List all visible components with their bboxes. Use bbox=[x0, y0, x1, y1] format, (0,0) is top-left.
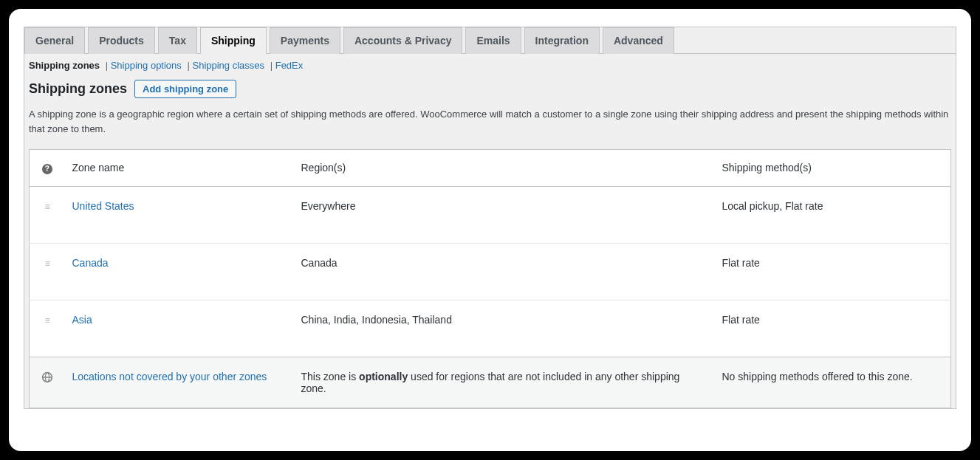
tab-accounts-privacy[interactable]: Accounts & Privacy bbox=[343, 27, 463, 54]
tab-advanced[interactable]: Advanced bbox=[603, 27, 674, 54]
table-row: ≡ Asia China, India, Indonesia, Thailand… bbox=[30, 301, 951, 357]
zone-link-asia[interactable]: Asia bbox=[72, 314, 92, 326]
help-icon[interactable]: ? bbox=[42, 164, 52, 174]
tab-tax[interactable]: Tax bbox=[158, 27, 197, 54]
zone-region: China, India, Indonesia, Thailand bbox=[294, 301, 715, 357]
subnav-shipping-classes[interactable]: Shipping classes bbox=[192, 60, 264, 71]
zone-link-united-states[interactable]: United States bbox=[72, 200, 134, 212]
tab-emails[interactable]: Emails bbox=[465, 27, 521, 54]
globe-icon bbox=[41, 371, 53, 382]
table-row: ≡ Canada Canada Flat rate bbox=[30, 244, 951, 301]
subnav-fedex[interactable]: FedEx bbox=[275, 60, 304, 71]
shipping-zones-table: ? Zone name Region(s) Shipping method(s)… bbox=[29, 149, 951, 408]
separator: | bbox=[187, 60, 189, 71]
zone-region: Everywhere bbox=[294, 187, 715, 244]
table-header-zone-name: Zone name bbox=[65, 150, 294, 187]
tab-shipping[interactable]: Shipping bbox=[200, 27, 267, 54]
zone-method: Flat rate bbox=[715, 301, 951, 357]
tab-products[interactable]: Products bbox=[88, 27, 155, 54]
separator: | bbox=[106, 60, 108, 71]
zone-region: Canada bbox=[294, 244, 715, 301]
drag-handle-icon[interactable]: ≡ bbox=[45, 202, 49, 212]
settings-tabs: General Products Tax Shipping Payments A… bbox=[24, 27, 956, 54]
separator: | bbox=[270, 60, 273, 71]
subnav-shipping-options[interactable]: Shipping options bbox=[111, 60, 182, 71]
subnav-shipping-zones[interactable]: Shipping zones bbox=[29, 60, 100, 71]
shipping-subnav: Shipping zones | Shipping options | Ship… bbox=[29, 54, 951, 78]
tab-payments[interactable]: Payments bbox=[270, 27, 340, 54]
zone-method: No shipping methods offered to this zone… bbox=[715, 357, 951, 408]
zone-link-uncovered[interactable]: Locations not covered by your other zone… bbox=[72, 371, 267, 382]
drag-handle-icon[interactable]: ≡ bbox=[45, 258, 49, 269]
page-title: Shipping zones bbox=[29, 81, 127, 97]
table-row-rest-of-world: Locations not covered by your other zone… bbox=[30, 357, 951, 408]
add-shipping-zone-button[interactable]: Add shipping zone bbox=[134, 80, 236, 98]
tab-general[interactable]: General bbox=[24, 27, 85, 54]
table-header-region: Region(s) bbox=[294, 150, 715, 187]
table-header-method: Shipping method(s) bbox=[715, 150, 951, 187]
table-row: ≡ United States Everywhere Local pickup,… bbox=[30, 187, 951, 244]
zone-region: This zone is optionally used for regions… bbox=[294, 357, 715, 408]
zone-method: Flat rate bbox=[715, 244, 951, 301]
table-header-help: ? bbox=[30, 150, 65, 187]
page-description: A shipping zone is a geographic region w… bbox=[29, 107, 951, 136]
tab-integration[interactable]: Integration bbox=[524, 27, 600, 54]
drag-handle-icon[interactable]: ≡ bbox=[45, 315, 49, 326]
zone-link-canada[interactable]: Canada bbox=[72, 257, 109, 269]
zone-method: Local pickup, Flat rate bbox=[715, 187, 951, 244]
